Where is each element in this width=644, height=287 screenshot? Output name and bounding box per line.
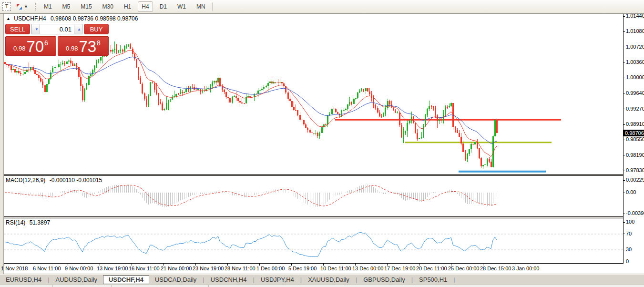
sell-price-box[interactable]: 0.98 70 6 bbox=[5, 36, 56, 56]
volume-input[interactable] bbox=[40, 24, 74, 34]
arrows-icon bbox=[16, 3, 23, 10]
time-tick-label: 25 Dec 00:00 bbox=[448, 266, 479, 271]
chart-tab-usdjpy-h4[interactable]: USDJPY,H4 bbox=[255, 276, 300, 284]
rsi-value: 51.3897 bbox=[30, 219, 50, 226]
rsi-tick-label: 30 bbox=[626, 246, 632, 252]
timeframe-group: M1M5M15M30H1H4D1W1MN bbox=[40, 1, 209, 12]
macd-tick-label: 0.002297 bbox=[626, 177, 644, 183]
macd-tick-label: 0.00 bbox=[626, 189, 636, 195]
chart-tab-sp500-h1[interactable]: SP500,H1 bbox=[413, 276, 453, 284]
timeframe-button-h4[interactable]: H4 bbox=[138, 1, 153, 12]
price-tick-label: 0.98190 bbox=[626, 152, 644, 158]
price-tick-label: 0.97830 bbox=[626, 167, 644, 173]
timeframe-button-m1[interactable]: M1 bbox=[40, 1, 56, 12]
time-tick-label: 28 Nov 11:00 bbox=[225, 266, 256, 271]
rsi-tick-label: 70 bbox=[626, 231, 632, 236]
toolbar-grip[interactable] bbox=[35, 3, 37, 10]
toolbar-separator bbox=[212, 2, 213, 11]
time-tick-label: 17 Dec 19:00 bbox=[384, 266, 415, 271]
text-tool-icon: T bbox=[2, 2, 11, 11]
chart-tab-xauusd-daily[interactable]: XAUUSD,Daily bbox=[302, 276, 355, 284]
time-tick-label: 9 Nov 00:00 bbox=[65, 266, 93, 271]
price-tick-label: 1.01080 bbox=[626, 28, 644, 34]
one-click-trade-panel: SELL ▼ ▲ BUY 0.98 70 6 0.98 73 8 bbox=[5, 24, 109, 56]
time-tick-label: 10 Dec 11:00 bbox=[320, 266, 351, 271]
buy-price-box[interactable]: 0.98 73 8 bbox=[58, 36, 109, 56]
timeframe-button-d1[interactable]: D1 bbox=[156, 1, 171, 12]
chart-tab-bar: EURUSD,H4|AUDUSD,DailyUSDCHF,H4USDCAD,Da… bbox=[0, 274, 644, 285]
macd-header: MACD(12,26,9) -0.000110 -0.001015 bbox=[6, 177, 102, 184]
time-tick-label: 1 Nov 2018 bbox=[1, 266, 28, 271]
rsi-tick-label: 0 bbox=[626, 258, 629, 264]
macd-values: -0.000110 -0.001015 bbox=[50, 177, 102, 184]
buy-price-big: 73 bbox=[79, 38, 96, 55]
price-tick-label: 1.01440 bbox=[626, 13, 644, 19]
sell-price-prefix: 0.98 bbox=[13, 45, 25, 52]
volume-control: ▼ ▲ bbox=[31, 24, 82, 34]
sell-price-big: 70 bbox=[26, 38, 44, 55]
timeframe-button-h1[interactable]: H1 bbox=[120, 1, 135, 12]
volume-increase-button[interactable]: ▲ bbox=[74, 24, 82, 34]
chart-tab-eurusd-h4[interactable]: EURUSD,H4 bbox=[0, 276, 47, 284]
time-tick-label: 13 Nov 19:00 bbox=[97, 266, 128, 271]
time-tick-label: 21 Nov 00:00 bbox=[161, 266, 192, 271]
price-tick-label: 1.00000 bbox=[626, 74, 644, 80]
macd-tick-label: -0.003904 bbox=[626, 210, 644, 216]
status-bar bbox=[0, 285, 644, 287]
toolbar: T ▼ M1M5M15M30H1H4D1W1MN bbox=[0, 0, 644, 14]
chart-tab-audusd-daily[interactable]: AUDUSD,Daily bbox=[50, 276, 103, 284]
buy-price-prefix: 0.98 bbox=[66, 45, 78, 52]
price-tick-label: 1.00720 bbox=[626, 44, 644, 50]
sell-price-sup: 6 bbox=[44, 39, 48, 47]
chart-header: ▲ USDCHF,H4 0.98608 0.98736 0.98598 0.98… bbox=[6, 15, 138, 22]
tab-separator: | bbox=[453, 276, 455, 283]
macd-title: MACD(12,26,9) bbox=[6, 177, 45, 184]
time-tick-label: 1 Dec 00:00 bbox=[256, 266, 285, 271]
trade-panel-price-row: 0.98 70 6 0.98 73 8 bbox=[5, 36, 109, 56]
timeframe-button-m15[interactable]: M15 bbox=[77, 1, 95, 12]
time-tick-label: 13 Dec 00:00 bbox=[352, 266, 383, 271]
chart-tab-usdchf-h4[interactable]: USDCHF,H4 bbox=[103, 275, 149, 284]
price-tick-label: 0.98550 bbox=[626, 136, 644, 142]
chart-tab-usdcnh-h4[interactable]: USDCNH,H4 bbox=[205, 276, 253, 284]
arrows-tool-button[interactable]: ▼ bbox=[13, 1, 31, 12]
price-tick-label: 0.99640 bbox=[626, 90, 644, 96]
timeframe-button-m30[interactable]: M30 bbox=[99, 1, 117, 12]
chart-tab-gbpusd-daily[interactable]: GBPUSD,Daily bbox=[358, 276, 410, 284]
dropdown-caret-icon: ▼ bbox=[24, 4, 28, 9]
timeframe-button-mn[interactable]: MN bbox=[193, 1, 209, 12]
time-tick-label: 20 Dec 11:00 bbox=[416, 266, 447, 271]
time-tick-label: 6 Nov 11:00 bbox=[33, 266, 61, 271]
mt5-window: T ▼ M1M5M15M30H1H4D1W1MN ▲ USDCHF,H4 0.9… bbox=[0, 0, 644, 287]
buy-button[interactable]: BUY bbox=[84, 24, 109, 34]
time-tick-label: 5 Dec 19:00 bbox=[288, 266, 317, 271]
time-tick-label: 16 Nov 11:00 bbox=[129, 266, 160, 271]
volume-decrease-button[interactable]: ▼ bbox=[32, 24, 40, 34]
collapse-panel-icon[interactable]: ▲ bbox=[6, 16, 10, 21]
rsi-title: RSI(14) bbox=[6, 219, 25, 226]
chart-symbol-title: USDCHF,H4 bbox=[14, 15, 46, 22]
price-tick-label: 0.98910 bbox=[626, 121, 644, 127]
buy-price-sup: 8 bbox=[97, 39, 101, 47]
chart-ohlc-values: 0.98608 0.98736 0.98598 0.98706 bbox=[51, 15, 138, 22]
timeframe-button-w1[interactable]: W1 bbox=[174, 1, 190, 12]
price-tick-label: 0.99270 bbox=[626, 106, 644, 112]
price-tick-label: 1.00360 bbox=[626, 59, 644, 65]
time-tick-label: 23 Nov 19:00 bbox=[193, 266, 224, 271]
timeframe-button-m5[interactable]: M5 bbox=[59, 1, 74, 12]
text-tool-button[interactable]: T bbox=[0, 1, 13, 12]
rsi-tick-label: 100 bbox=[626, 219, 634, 225]
time-tick-label: 3 Jan 00:00 bbox=[512, 266, 540, 271]
sell-button[interactable]: SELL bbox=[5, 24, 30, 34]
time-tick-label: 28 Dec 15:00 bbox=[480, 266, 511, 271]
trade-panel-top-row: SELL ▼ ▲ BUY bbox=[5, 24, 109, 34]
chart-tab-usdcad-daily[interactable]: USDCAD,Daily bbox=[149, 276, 202, 284]
rsi-header: RSI(14) 51.3897 bbox=[6, 219, 50, 226]
current-price-badge: 0.98706 bbox=[624, 130, 644, 136]
